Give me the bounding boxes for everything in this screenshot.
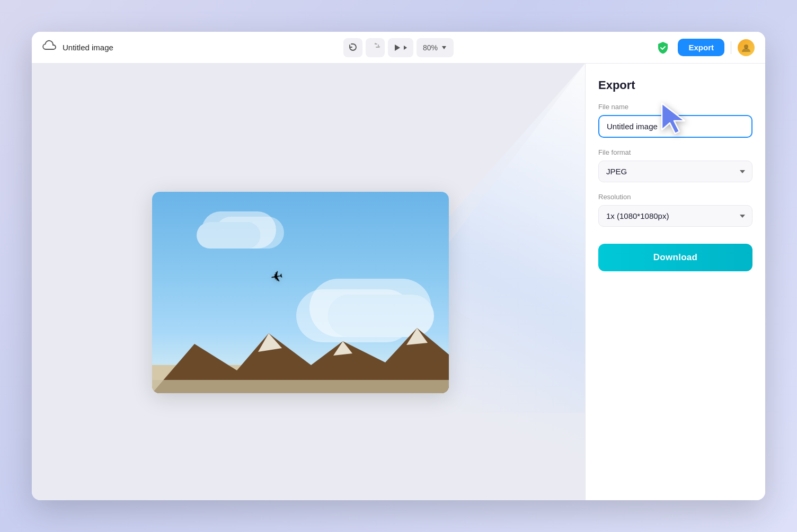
svg-point-3 xyxy=(744,45,748,49)
doc-title: Untitled image xyxy=(63,43,113,52)
download-button[interactable]: Download xyxy=(598,244,752,271)
file-format-select[interactable]: JPEG PNG WEBP SVG PDF xyxy=(598,161,752,182)
export-button[interactable]: Export xyxy=(678,39,724,56)
svg-rect-9 xyxy=(152,380,449,393)
mountains xyxy=(152,323,449,393)
file-name-label: File name xyxy=(598,103,752,111)
resolution-dropdown-wrap: 1x (1080*1080px) 2x (2160*2160px) 3x (32… xyxy=(598,205,752,227)
toolbar-center: 80% xyxy=(343,38,454,57)
shield-icon xyxy=(654,39,671,56)
file-format-label: File format xyxy=(598,148,752,156)
image-card: ✈ xyxy=(152,192,449,393)
svg-marker-2 xyxy=(442,46,446,49)
file-format-section: File format JPEG PNG WEBP SVG PDF xyxy=(598,148,752,182)
toolbar: Untitled image xyxy=(32,32,765,64)
play-button[interactable] xyxy=(388,38,413,57)
file-format-dropdown-wrap: JPEG PNG WEBP SVG PDF xyxy=(598,161,752,182)
resolution-section: Resolution 1x (1080*1080px) 2x (2160*216… xyxy=(598,193,752,227)
scene: ✈ xyxy=(152,192,449,393)
cloud-left xyxy=(197,222,260,249)
undo-button[interactable] xyxy=(343,38,362,57)
zoom-control[interactable]: 80% xyxy=(417,38,454,57)
avatar[interactable] xyxy=(738,39,755,56)
canvas-area: ✈ xyxy=(32,64,585,500)
resolution-label: Resolution xyxy=(598,193,752,201)
resolution-select[interactable]: 1x (1080*1080px) 2x (2160*2160px) 3x (32… xyxy=(598,205,752,227)
export-panel-title: Export xyxy=(598,78,752,92)
svg-marker-0 xyxy=(395,45,400,51)
app-window: Untitled image xyxy=(32,32,765,500)
cloud-icon xyxy=(42,39,57,56)
airplane: ✈ xyxy=(269,268,284,287)
export-panel: Export File name File format JPEG PNG WE… xyxy=(585,64,765,500)
file-name-input[interactable] xyxy=(598,115,752,138)
svg-marker-1 xyxy=(404,46,407,50)
main-content: ✈ xyxy=(32,64,765,500)
toolbar-divider xyxy=(731,41,731,54)
zoom-value: 80% xyxy=(423,43,438,52)
redo-button[interactable] xyxy=(366,38,385,57)
